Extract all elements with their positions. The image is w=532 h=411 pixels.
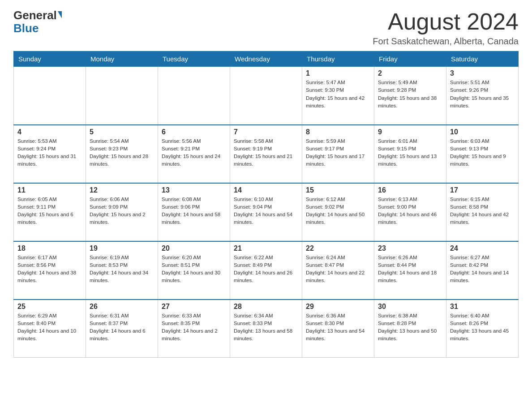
day-info: Sunrise: 6:34 AMSunset: 8:33 PMDaylight:… <box>234 312 298 343</box>
calendar-header-row: Sunday Monday Tuesday Wednesday Thursday… <box>14 51 519 67</box>
day-number: 29 <box>306 303 370 311</box>
day-number: 3 <box>450 69 515 77</box>
table-row: 11Sunrise: 6:05 AMSunset: 9:11 PMDayligh… <box>14 183 86 241</box>
day-info: Sunrise: 6:27 AMSunset: 8:42 PMDaylight:… <box>450 254 515 285</box>
day-info: Sunrise: 6:19 AMSunset: 8:53 PMDaylight:… <box>90 254 154 285</box>
day-info: Sunrise: 6:38 AMSunset: 8:28 PMDaylight:… <box>378 312 442 343</box>
day-number: 12 <box>90 186 154 194</box>
day-number: 20 <box>162 244 226 253</box>
table-row: 7Sunrise: 5:58 AMSunset: 9:19 PMDaylight… <box>230 125 302 183</box>
day-number: 5 <box>90 128 154 136</box>
day-number: 21 <box>234 244 298 253</box>
day-number: 7 <box>234 128 298 136</box>
col-wednesday: Wednesday <box>230 51 302 67</box>
table-row: 3Sunrise: 5:51 AMSunset: 9:26 PMDaylight… <box>446 67 519 125</box>
table-row: 17Sunrise: 6:15 AMSunset: 8:58 PMDayligh… <box>446 183 519 241</box>
title-area: August 2024 Fort Saskatchewan, Alberta, … <box>373 9 519 47</box>
day-info: Sunrise: 6:20 AMSunset: 8:51 PMDaylight:… <box>162 254 226 285</box>
logo-general: General <box>13 9 57 22</box>
table-row <box>86 67 158 125</box>
day-info: Sunrise: 6:01 AMSunset: 9:15 PMDaylight:… <box>378 137 442 168</box>
day-number: 26 <box>90 303 154 311</box>
day-info: Sunrise: 6:29 AMSunset: 8:40 PMDaylight:… <box>17 312 82 343</box>
day-number: 18 <box>17 244 82 253</box>
day-number: 10 <box>450 128 515 136</box>
day-info: Sunrise: 6:31 AMSunset: 8:37 PMDaylight:… <box>90 312 154 343</box>
day-info: Sunrise: 5:53 AMSunset: 9:24 PMDaylight:… <box>17 137 82 168</box>
location-title: Fort Saskatchewan, Alberta, Canada <box>373 36 519 47</box>
day-number: 31 <box>450 303 515 311</box>
table-row: 8Sunrise: 5:59 AMSunset: 9:17 PMDaylight… <box>302 125 374 183</box>
day-number: 24 <box>450 244 515 253</box>
day-number: 15 <box>306 186 370 194</box>
day-info: Sunrise: 6:15 AMSunset: 8:58 PMDaylight:… <box>450 196 515 227</box>
col-saturday: Saturday <box>446 51 519 67</box>
calendar-week-row: 25Sunrise: 6:29 AMSunset: 8:40 PMDayligh… <box>14 300 519 358</box>
day-info: Sunrise: 6:06 AMSunset: 9:09 PMDaylight:… <box>90 196 154 227</box>
table-row: 14Sunrise: 6:10 AMSunset: 9:04 PMDayligh… <box>230 183 302 241</box>
logo-area: General Blue <box>13 9 62 34</box>
day-info: Sunrise: 6:03 AMSunset: 9:13 PMDaylight:… <box>450 137 515 168</box>
logo: General Blue <box>13 9 62 34</box>
table-row: 15Sunrise: 6:12 AMSunset: 9:02 PMDayligh… <box>302 183 374 241</box>
logo-triangle-icon <box>58 11 62 18</box>
table-row: 23Sunrise: 6:26 AMSunset: 8:44 PMDayligh… <box>374 241 446 300</box>
day-info: Sunrise: 6:26 AMSunset: 8:44 PMDaylight:… <box>378 254 442 285</box>
logo-blue: Blue <box>13 21 39 35</box>
day-number: 6 <box>162 128 226 136</box>
day-info: Sunrise: 5:49 AMSunset: 9:28 PMDaylight:… <box>378 79 442 110</box>
header: General Blue August 2024 Fort Saskatchew… <box>13 9 519 47</box>
day-number: 9 <box>378 128 442 136</box>
col-sunday: Sunday <box>14 51 86 67</box>
table-row: 30Sunrise: 6:38 AMSunset: 8:28 PMDayligh… <box>374 300 446 358</box>
day-number: 19 <box>90 244 154 253</box>
calendar-week-row: 4Sunrise: 5:53 AMSunset: 9:24 PMDaylight… <box>14 125 519 183</box>
day-info: Sunrise: 6:22 AMSunset: 8:49 PMDaylight:… <box>234 254 298 285</box>
day-info: Sunrise: 6:24 AMSunset: 8:47 PMDaylight:… <box>306 254 370 285</box>
table-row: 19Sunrise: 6:19 AMSunset: 8:53 PMDayligh… <box>86 241 158 300</box>
day-info: Sunrise: 6:40 AMSunset: 8:26 PMDaylight:… <box>450 312 515 343</box>
day-number: 8 <box>306 128 370 136</box>
table-row: 26Sunrise: 6:31 AMSunset: 8:37 PMDayligh… <box>86 300 158 358</box>
day-info: Sunrise: 5:56 AMSunset: 9:21 PMDaylight:… <box>162 137 226 168</box>
table-row: 10Sunrise: 6:03 AMSunset: 9:13 PMDayligh… <box>446 125 519 183</box>
day-number: 13 <box>162 186 226 194</box>
day-number: 22 <box>306 244 370 253</box>
table-row <box>158 67 230 125</box>
day-info: Sunrise: 6:05 AMSunset: 9:11 PMDaylight:… <box>17 196 82 227</box>
table-row: 25Sunrise: 6:29 AMSunset: 8:40 PMDayligh… <box>14 300 86 358</box>
table-row: 6Sunrise: 5:56 AMSunset: 9:21 PMDaylight… <box>158 125 230 183</box>
day-info: Sunrise: 5:59 AMSunset: 9:17 PMDaylight:… <box>306 137 370 168</box>
day-number: 28 <box>234 303 298 311</box>
table-row: 20Sunrise: 6:20 AMSunset: 8:51 PMDayligh… <box>158 241 230 300</box>
table-row <box>14 67 86 125</box>
col-friday: Friday <box>374 51 446 67</box>
table-row: 2Sunrise: 5:49 AMSunset: 9:28 PMDaylight… <box>374 67 446 125</box>
day-number: 14 <box>234 186 298 194</box>
calendar-week-row: 11Sunrise: 6:05 AMSunset: 9:11 PMDayligh… <box>14 183 519 241</box>
table-row: 5Sunrise: 5:54 AMSunset: 9:23 PMDaylight… <box>86 125 158 183</box>
day-number: 27 <box>162 303 226 311</box>
table-row: 4Sunrise: 5:53 AMSunset: 9:24 PMDaylight… <box>14 125 86 183</box>
calendar-week-row: 1Sunrise: 5:47 AMSunset: 9:30 PMDaylight… <box>14 67 519 125</box>
calendar-table: Sunday Monday Tuesday Wednesday Thursday… <box>13 51 519 358</box>
day-info: Sunrise: 5:47 AMSunset: 9:30 PMDaylight:… <box>306 79 370 110</box>
day-info: Sunrise: 6:33 AMSunset: 8:35 PMDaylight:… <box>162 312 226 343</box>
table-row: 29Sunrise: 6:36 AMSunset: 8:30 PMDayligh… <box>302 300 374 358</box>
table-row: 16Sunrise: 6:13 AMSunset: 9:00 PMDayligh… <box>374 183 446 241</box>
table-row: 1Sunrise: 5:47 AMSunset: 9:30 PMDaylight… <box>302 67 374 125</box>
table-row: 9Sunrise: 6:01 AMSunset: 9:15 PMDaylight… <box>374 125 446 183</box>
day-number: 2 <box>378 69 442 77</box>
day-number: 25 <box>17 303 82 311</box>
day-info: Sunrise: 6:10 AMSunset: 9:04 PMDaylight:… <box>234 196 298 227</box>
table-row: 22Sunrise: 6:24 AMSunset: 8:47 PMDayligh… <box>302 241 374 300</box>
day-info: Sunrise: 5:54 AMSunset: 9:23 PMDaylight:… <box>90 137 154 168</box>
day-info: Sunrise: 5:58 AMSunset: 9:19 PMDaylight:… <box>234 137 298 168</box>
table-row: 12Sunrise: 6:06 AMSunset: 9:09 PMDayligh… <box>86 183 158 241</box>
table-row: 18Sunrise: 6:17 AMSunset: 8:56 PMDayligh… <box>14 241 86 300</box>
day-number: 16 <box>378 186 442 194</box>
day-number: 4 <box>17 128 82 136</box>
col-thursday: Thursday <box>302 51 374 67</box>
table-row: 13Sunrise: 6:08 AMSunset: 9:06 PMDayligh… <box>158 183 230 241</box>
day-info: Sunrise: 6:12 AMSunset: 9:02 PMDaylight:… <box>306 196 370 227</box>
